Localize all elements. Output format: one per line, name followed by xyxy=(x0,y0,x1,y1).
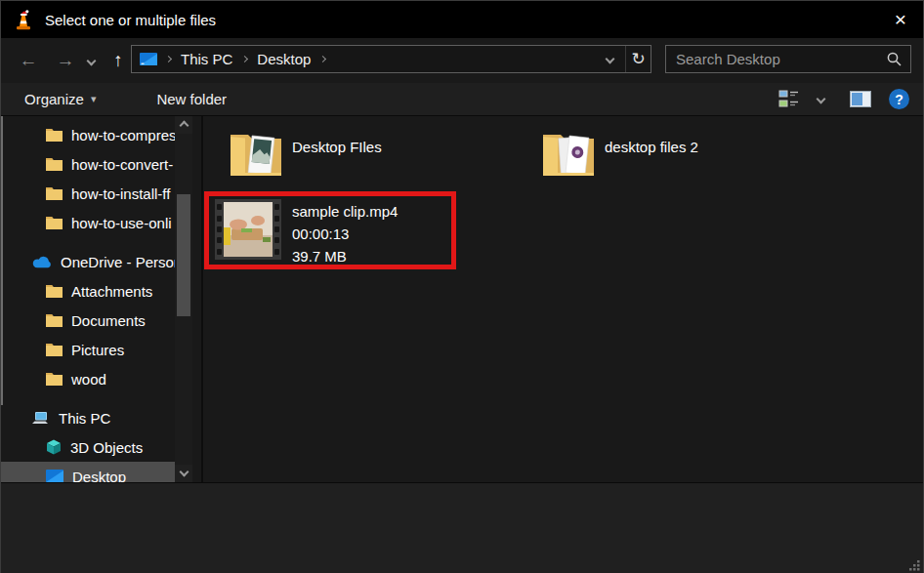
sidebar-divider xyxy=(201,116,203,482)
sidebar-item-how-to-install-ff[interactable]: how-to-install-ff xyxy=(1,179,201,208)
organize-label: Organize xyxy=(24,91,84,107)
sidebar-item-label: how-to-install-ff xyxy=(71,185,170,202)
file-dialog-window: Select one or multiple files × ← → ↑ Thi… xyxy=(0,0,924,573)
folder-icon xyxy=(46,186,63,200)
video-thumbnail xyxy=(215,199,281,260)
sidebar-item-label: Documents xyxy=(71,312,146,329)
title-bar: Select one or multiple files × xyxy=(1,1,923,38)
forward-button[interactable]: → xyxy=(48,38,83,83)
3d-cube-icon xyxy=(46,439,62,455)
file-tile-sample-clip[interactable]: sample clip.mp4 00:00:13 39.7 MB xyxy=(215,199,398,266)
view-dropdown-icon[interactable] xyxy=(817,95,826,104)
organize-button[interactable]: Organize ▾ xyxy=(24,91,96,107)
folder-icon xyxy=(46,128,63,142)
file-tile-desktop-files-2[interactable]: desktop files 2 xyxy=(540,126,698,183)
address-dropdown-icon[interactable] xyxy=(606,55,615,64)
video-size: 39.7 MB xyxy=(292,246,398,266)
sidebar-item-label: how-to-compres xyxy=(71,127,177,143)
sidebar-item-desktop[interactable]: Desktop xyxy=(1,462,175,482)
file-name-label: Desktop FIles xyxy=(292,139,382,155)
new-folder-label: New folder xyxy=(156,91,227,107)
file-name-label: sample clip.mp4 xyxy=(292,201,398,222)
chevron-down-icon xyxy=(86,56,96,65)
search-icon[interactable] xyxy=(887,52,902,66)
video-duration: 00:00:13 xyxy=(292,224,398,244)
sidebar-item-label: how-to-use-onli xyxy=(71,215,172,231)
sidebar-item-how-to-use-onli[interactable]: how-to-use-onli xyxy=(1,208,201,237)
back-button[interactable]: ← xyxy=(11,38,46,83)
folder-icon xyxy=(46,157,63,171)
caret-down-icon: ▾ xyxy=(91,93,97,105)
refresh-button[interactable]: ↻ xyxy=(625,46,651,72)
sidebar-item-label: Attachments xyxy=(71,283,152,300)
video-preview-image xyxy=(224,202,273,257)
file-tile-desktop-files[interactable]: Desktop FIles xyxy=(228,126,382,183)
folder-with-images-icon xyxy=(228,126,284,183)
sidebar-item-label: how-to-convert- xyxy=(71,156,173,173)
folder-icon xyxy=(46,372,63,386)
navigation-bar: ← → ↑ This PC Desktop ↻ xyxy=(1,38,923,83)
command-toolbar: Organize ▾ New folder ? xyxy=(1,83,923,116)
this-pc-icon xyxy=(31,411,50,426)
onedrive-cloud-icon xyxy=(31,256,52,268)
search-input[interactable] xyxy=(666,51,887,67)
chevron-up-icon xyxy=(179,120,189,130)
sidebar-item-pictures[interactable]: Pictures xyxy=(1,335,201,364)
navigation-pane: how-to-compres how-to-convert- how-to-in… xyxy=(1,116,201,482)
sidebar-item-this-pc[interactable]: This PC xyxy=(1,403,201,432)
filmstrip-holes xyxy=(273,199,281,260)
new-folder-button[interactable]: New folder xyxy=(156,91,227,107)
folder-with-documents-icon xyxy=(540,126,597,183)
sidebar-item-label: Pictures xyxy=(71,342,124,358)
change-view-icon[interactable] xyxy=(778,90,800,108)
help-button[interactable]: ? xyxy=(889,89,909,109)
close-button[interactable]: × xyxy=(878,1,923,38)
resize-grip[interactable] xyxy=(909,560,920,571)
sidebar-item-onedrive[interactable]: OneDrive - Person xyxy=(1,247,201,276)
vlc-cone-icon xyxy=(12,8,35,31)
sidebar-item-attachments[interactable]: Attachments xyxy=(1,276,201,306)
sidebar-item-how-to-compres[interactable]: how-to-compres xyxy=(1,120,201,149)
folder-icon xyxy=(46,216,63,229)
filmstrip-holes xyxy=(215,199,224,260)
preview-pane-icon[interactable] xyxy=(850,91,871,107)
sidebar-scrollbar[interactable] xyxy=(175,116,192,482)
dialog-footer: File name: mple clip.mp4 Media Files ( *… xyxy=(1,482,923,573)
breadcrumb-desktop[interactable]: Desktop xyxy=(247,51,320,67)
sidebar-item-documents[interactable]: Documents xyxy=(1,306,201,335)
file-name-label: desktop files 2 xyxy=(605,139,698,155)
folder-icon xyxy=(46,343,63,356)
window-title: Select one or multiple files xyxy=(45,12,216,28)
desktop-icon xyxy=(46,470,63,482)
desktop-location-icon xyxy=(140,53,157,66)
breadcrumb-separator-icon xyxy=(319,56,326,62)
sidebar-item-how-to-convert[interactable]: how-to-convert- xyxy=(1,149,201,179)
sidebar-item-label: Desktop xyxy=(72,469,126,483)
scroll-up-button[interactable] xyxy=(175,116,192,134)
chevron-down-icon xyxy=(179,468,189,477)
folder-icon xyxy=(46,284,63,298)
scrollbar-thumb[interactable] xyxy=(177,194,190,316)
folder-icon xyxy=(46,313,63,327)
sidebar-item-label: 3D Objects xyxy=(70,439,143,456)
address-bar[interactable]: This PC Desktop ↻ xyxy=(131,45,651,73)
sidebar-item-3d-objects[interactable]: 3D Objects xyxy=(1,432,201,462)
breadcrumb-this-pc[interactable]: This PC xyxy=(171,51,242,67)
sidebar-item-wood[interactable]: wood xyxy=(1,364,201,393)
sidebar-item-label: OneDrive - Person xyxy=(61,254,182,270)
search-box[interactable] xyxy=(665,45,911,73)
recent-locations-dropdown[interactable] xyxy=(83,38,99,83)
sidebar-item-label: This PC xyxy=(59,410,110,427)
scroll-down-button[interactable] xyxy=(175,465,192,482)
dialog-content: how-to-compres how-to-convert- how-to-in… xyxy=(1,116,923,482)
sidebar-item-label: wood xyxy=(71,371,106,388)
